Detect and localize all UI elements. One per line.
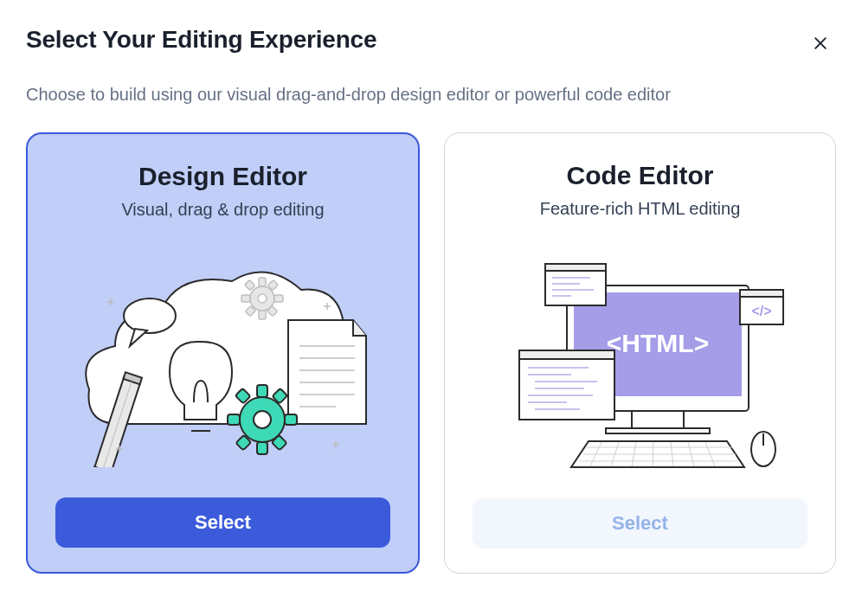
code-card-subtitle: Feature-rich HTML editing (540, 199, 741, 219)
svg-rect-23 (257, 442, 267, 454)
svg-rect-4 (259, 311, 266, 319)
close-icon (812, 35, 829, 55)
svg-rect-3 (259, 278, 266, 286)
svg-rect-37 (606, 428, 710, 433)
keyboard-icon (571, 441, 744, 467)
svg-rect-24 (228, 414, 240, 425)
svg-point-30 (254, 411, 271, 428)
design-editor-card[interactable]: Design Editor Visual, drag & drop editin… (26, 132, 420, 574)
gear-icon (241, 278, 283, 319)
svg-rect-39 (545, 264, 606, 271)
svg-rect-45 (519, 350, 614, 359)
design-card-subtitle: Visual, drag & drop editing (121, 200, 324, 220)
code-illustration: <HTML> (473, 228, 807, 490)
design-card-title: Design Editor (138, 162, 307, 191)
code-select-button[interactable]: Select (473, 498, 807, 549)
code-card-title: Code Editor (567, 161, 714, 190)
svg-rect-54 (740, 290, 783, 297)
svg-rect-5 (241, 295, 250, 302)
svg-rect-25 (285, 414, 297, 425)
page-subtitle: Choose to build using our visual drag-an… (26, 85, 836, 105)
svg-rect-36 (632, 411, 684, 428)
svg-point-11 (258, 294, 267, 303)
gear-large-icon (228, 385, 297, 454)
design-select-button[interactable]: Select (55, 497, 390, 548)
document-icon (288, 320, 366, 424)
svg-rect-22 (257, 385, 267, 397)
editor-cards: Design Editor Visual, drag & drop editin… (26, 132, 836, 574)
code-tag-window-icon: </> (740, 290, 783, 324)
code-editor-card[interactable]: Code Editor Feature-rich HTML editing <H… (444, 132, 836, 574)
mouse-icon (751, 432, 775, 466)
code-window-large-icon (519, 350, 614, 420)
design-illustration (55, 228, 390, 489)
svg-point-12 (124, 298, 176, 333)
close-button[interactable] (805, 29, 836, 61)
svg-rect-6 (274, 295, 283, 302)
code-tag-label: </> (751, 304, 771, 318)
html-screen-label: <HTML> (606, 329, 708, 357)
page-title: Select Your Editing Experience (26, 26, 376, 54)
code-window-icon (545, 264, 606, 305)
